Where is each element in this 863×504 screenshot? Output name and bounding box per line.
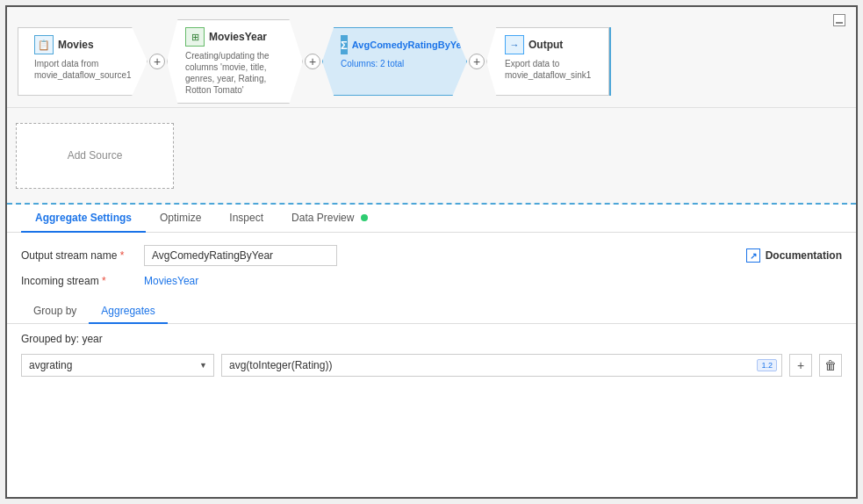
expr-wrapper: 1.2	[221, 354, 782, 377]
output-node-icon: →	[505, 35, 524, 54]
tab-optimize[interactable]: Optimize	[146, 205, 215, 233]
node-movies[interactable]: 📋 Movies Import data from movie_dataflow…	[18, 27, 147, 96]
node-output[interactable]: → Output Export data to movie_dataflow_s…	[486, 27, 611, 96]
plus-btn-2[interactable]: +	[305, 54, 320, 69]
tab-aggregate-settings[interactable]: Aggregate Settings	[21, 205, 146, 233]
required-star-1: *	[120, 249, 125, 262]
settings-form: Output stream name * ↗ Documentation Inc…	[7, 233, 856, 296]
output-stream-row: Output stream name * ↗ Documentation	[21, 245, 842, 266]
avg-comedy-node-desc: Columns: 2 total	[341, 58, 454, 69]
movies-year-node-icon: ⊞	[185, 27, 205, 47]
expr-input[interactable]	[221, 354, 782, 377]
sub-tabs-bar: Group by Aggregates	[7, 299, 856, 324]
pipeline-nodes: 📋 Movies Import data from movie_dataflow…	[18, 19, 611, 104]
required-star-2: *	[102, 275, 106, 287]
pipeline-area: 📋 Movies Import data from movie_dataflow…	[7, 7, 856, 108]
tab-inspect[interactable]: Inspect	[215, 205, 277, 233]
data-preview-dot	[361, 214, 368, 221]
expr-badge: 1.2	[757, 359, 777, 371]
plus-btn-1[interactable]: +	[149, 54, 165, 69]
aggregate-row-0: avgrating 1.2 + 🗑	[21, 354, 842, 377]
agg-select[interactable]: avgrating	[21, 354, 214, 377]
movies-year-node-desc: Creating/updating the columns 'movie, ti…	[185, 50, 290, 96]
sub-tab-group-by[interactable]: Group by	[21, 299, 89, 324]
bottom-panel: Aggregate Settings Optimize Inspect Data…	[7, 205, 856, 497]
incoming-stream-value[interactable]: MoviesYear	[144, 275, 198, 287]
canvas-area: Add Source	[7, 108, 856, 205]
avg-comedy-node-icon: Σ	[341, 35, 348, 54]
node-avg-comedy[interactable]: Σ AvgComedyRatingByYear Columns: 2 total	[322, 27, 467, 96]
movies-node-desc: Import data from movie_dataflow_source1	[34, 58, 138, 81]
aggregates-section: Grouped by: year avgrating 1.2 + 🗑	[7, 324, 856, 382]
documentation-link[interactable]: ↗ Documentation	[746, 248, 842, 263]
movies-node-icon: 📋	[34, 35, 54, 54]
output-node-title: Output	[529, 39, 563, 51]
output-stream-label: Output stream name *	[21, 249, 135, 262]
incoming-stream-label: Incoming stream *	[21, 275, 135, 287]
output-node-desc: Export data to movie_dataflow_sink1	[505, 58, 600, 81]
node-movies-year[interactable]: ⊞ MoviesYear Creating/updating the colum…	[167, 19, 303, 104]
add-aggregate-btn[interactable]: +	[789, 354, 812, 377]
minimize-button[interactable]	[833, 14, 845, 26]
movies-node-title: Movies	[58, 39, 94, 51]
main-tabs-bar: Aggregate Settings Optimize Inspect Data…	[7, 205, 856, 233]
movies-year-node-title: MoviesYear	[209, 31, 267, 43]
agg-select-wrapper: avgrating	[21, 354, 214, 377]
add-source-box[interactable]: Add Source	[16, 123, 174, 189]
add-source-label: Add Source	[68, 149, 123, 162]
avg-comedy-node-title: AvgComedyRatingByYear	[352, 40, 471, 50]
delete-aggregate-btn[interactable]: 🗑	[819, 354, 842, 377]
doc-icon: ↗	[746, 248, 760, 263]
plus-btn-3[interactable]: +	[469, 54, 485, 69]
minimize-area	[833, 14, 845, 26]
tab-data-preview[interactable]: Data Preview	[277, 205, 382, 233]
output-stream-input[interactable]	[144, 245, 337, 266]
incoming-stream-row: Incoming stream * MoviesYear	[21, 275, 842, 287]
sub-tab-aggregates[interactable]: Aggregates	[89, 299, 167, 324]
group-by-label: Grouped by: year	[21, 333, 842, 345]
